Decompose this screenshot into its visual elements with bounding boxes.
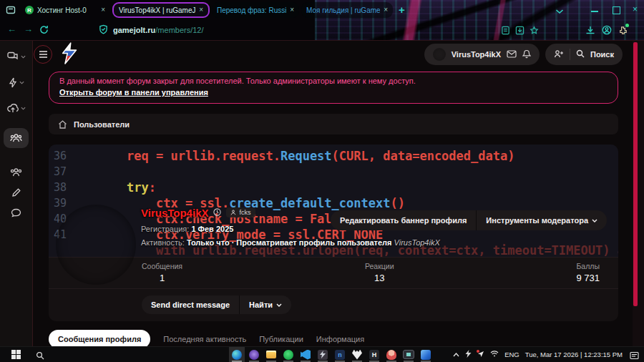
tab-profile-posts[interactable]: Сообщения профиля — [49, 330, 150, 346]
profile-actions: Send direct message Найти — [49, 289, 618, 321]
tab-close-icon[interactable]: × — [101, 6, 105, 14]
open-forum-link[interactable]: Открыть форум в панели управления — [59, 88, 208, 97]
sidebar-edit-item[interactable] — [0, 182, 32, 202]
send-dm-button[interactable]: Send direct message — [142, 295, 239, 314]
taskbar-app-purple[interactable] — [246, 347, 262, 362]
search-icon[interactable] — [576, 49, 585, 59]
window-minimize-button[interactable] — [591, 4, 598, 17]
stat-messages: Сообщения 1 — [142, 262, 182, 283]
tab-close-icon[interactable]: × — [290, 6, 294, 14]
tray-clock[interactable]: Tue, Mar 17 2026 | 12:23:15 PM — [525, 351, 623, 358]
scrollbar-thumb[interactable] — [633, 42, 638, 306]
breadcrumb[interactable]: Пользователи — [49, 114, 618, 134]
back-button[interactable]: ← — [7, 24, 16, 34]
taskbar-app-blue-n[interactable]: n — [332, 347, 348, 362]
forward-button[interactable]: → — [24, 24, 33, 34]
translate-page-icon[interactable] — [501, 25, 510, 38]
stat-points: Баллы 9 731 — [576, 262, 600, 283]
inbox-envelope-icon[interactable] — [507, 50, 517, 59]
workspace-icon[interactable] — [6, 5, 16, 18]
tab-search-chevron-icon[interactable] — [555, 4, 564, 17]
tray-expand-chevron-icon[interactable] — [453, 351, 459, 358]
notification-center-icon[interactable] — [630, 350, 639, 362]
tray-bolt-icon[interactable] — [465, 350, 472, 359]
account-pill[interactable]: VirusTop4ikX — [424, 44, 540, 65]
hamburger-menu-icon[interactable] — [34, 45, 52, 64]
browser-tab-3[interactable]: Перевод фраз: Russian (RU) | ruGa × — [212, 2, 299, 18]
address-bar: ← → gamejolt.ru/members/12/ — [0, 20, 644, 40]
browser-tab-2-active[interactable]: VirusTop4ikX | ruGameJolt - Форум × — [112, 2, 210, 18]
site-security-shield-icon[interactable] — [99, 24, 108, 36]
taskbar-app-browser[interactable] — [229, 347, 245, 362]
site-logo-bolt-icon[interactable] — [59, 42, 79, 67]
save-page-icon[interactable] — [515, 25, 525, 38]
url-host: gamejolt.ru — [113, 26, 155, 34]
search-label: Поиск — [590, 50, 614, 59]
tab-close-icon[interactable]: × — [384, 6, 388, 14]
new-tab-button[interactable]: + — [399, 4, 405, 16]
tab-information[interactable]: Информация — [316, 335, 364, 343]
tray-language[interactable]: ENG — [504, 351, 519, 358]
tab-latest-activity[interactable]: Последняя активность — [163, 335, 246, 343]
taskbar-app-green[interactable] — [280, 347, 296, 362]
tray-wifi-icon[interactable] — [490, 351, 499, 358]
taskbar-app-red[interactable] — [384, 347, 399, 362]
browser-profile-icon[interactable] — [602, 25, 612, 38]
extensions-puzzle-icon[interactable] — [618, 25, 628, 38]
search-pill[interactable]: Поиск — [545, 44, 623, 65]
tab-favicon: R — [25, 6, 34, 14]
page-header: VirusTop4ikX — [32, 41, 633, 68]
profile-card: 36req = urllib.request.Request(CURL, dat… — [49, 145, 618, 321]
page-sidebar — [0, 41, 33, 346]
alerts-bell-icon[interactable] — [522, 49, 531, 60]
taskbar-app-capture[interactable] — [401, 347, 416, 362]
start-button[interactable] — [11, 350, 21, 359]
sidebar-forums-item[interactable] — [0, 47, 32, 67]
bookmark-star-icon[interactable] — [530, 25, 539, 38]
avatar — [433, 48, 446, 61]
sidebar-users-item[interactable] — [0, 162, 32, 182]
chevron-down-icon — [276, 303, 282, 307]
member-icon — [230, 210, 236, 215]
tab-close-icon[interactable]: × — [199, 6, 203, 14]
divider — [570, 49, 570, 60]
url-field[interactable]: gamejolt.ru/members/12/ — [99, 24, 204, 36]
window-close-button[interactable]: × — [633, 4, 638, 14]
activity-line: Активность: Только что · Просматривает п… — [141, 238, 440, 247]
taskbar-app-file-explorer[interactable] — [263, 347, 279, 362]
sidebar-upload-item[interactable] — [0, 98, 32, 118]
taskbar-app-cube[interactable] — [418, 347, 434, 362]
chevron-down-icon — [592, 219, 597, 222]
edit-banner-button[interactable]: Редактировать баннер профиля — [331, 210, 476, 230]
home-icon — [58, 120, 67, 129]
forum-page: VirusTop4ikX — [0, 40, 644, 346]
breadcrumb-label: Пользователи — [74, 120, 130, 129]
taskbar-apps: n H — [229, 347, 434, 362]
window-maximize-button[interactable] — [613, 4, 620, 17]
refresh-button[interactable] — [39, 25, 49, 36]
sidebar-messages-item[interactable] — [0, 202, 32, 222]
taskbar-search-icon[interactable] — [36, 350, 44, 362]
taskbar-app-bat[interactable] — [349, 347, 365, 362]
tab-strip: R Хостинг Host-0 × VirusTop4ikX | ruGame… — [0, 0, 644, 20]
sidebar-activity-item[interactable] — [0, 72, 32, 92]
downloads-icon[interactable] — [585, 25, 595, 38]
taskbar-app-vscode[interactable] — [298, 347, 313, 362]
browser-tab-1[interactable]: R Хостинг Host-0 × — [20, 2, 110, 18]
tab-publications[interactable]: Публикации — [259, 335, 303, 343]
profile-avatar[interactable] — [56, 205, 136, 285]
browser-tab-4[interactable]: Моя гильдия | ruGameJolt - Фор × — [301, 2, 393, 18]
moderator-tools-button[interactable]: Инструменты модератора — [476, 210, 607, 230]
sidebar-members-item-active[interactable] — [4, 128, 29, 148]
url-path: /members/12/ — [155, 26, 203, 34]
add-user-icon[interactable] — [554, 49, 564, 59]
tray-location-icon[interactable] — [477, 351, 484, 359]
taskbar-app-h[interactable]: H — [366, 347, 382, 362]
find-button[interactable]: Найти — [239, 295, 291, 314]
browser-chrome: R Хостинг Host-0 × VirusTop4ikX | ruGame… — [0, 0, 644, 40]
taskbar-app-bolt[interactable] — [315, 347, 331, 362]
page-scrollbar[interactable] — [633, 41, 644, 346]
profile-tabs: Сообщения профиля Последняя активность П… — [49, 330, 618, 346]
main-content: VirusTop4ikX — [32, 41, 633, 346]
forum-closed-alert: В данный момент форум закрыт для посетит… — [49, 72, 618, 104]
